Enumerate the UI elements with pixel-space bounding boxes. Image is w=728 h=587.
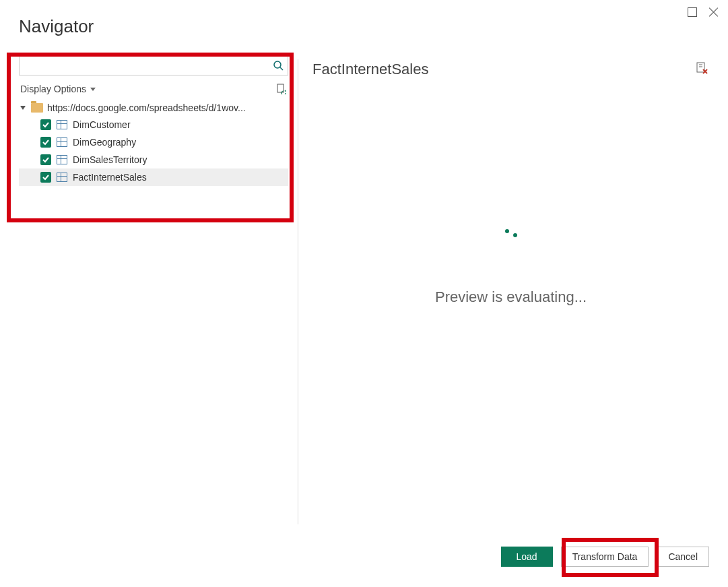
display-options-label: Display Options bbox=[20, 84, 86, 94]
preview-body: Preview is evaluating... bbox=[312, 88, 709, 526]
table-icon bbox=[57, 155, 67, 164]
display-options-button[interactable]: Display Options bbox=[20, 84, 96, 94]
source-tree: https://docs.google.com/spreadsheets/d/1… bbox=[19, 100, 288, 186]
clear-preview-icon[interactable] bbox=[696, 62, 708, 74]
tree-item-dimcustomer[interactable]: DimCustomer bbox=[19, 116, 288, 133]
vertical-divider bbox=[298, 59, 298, 524]
tree-item-factinternetsales[interactable]: FactInternetSales bbox=[19, 168, 288, 186]
load-button[interactable]: Load bbox=[501, 547, 553, 567]
tree-root[interactable]: https://docs.google.com/spreadsheets/d/1… bbox=[19, 100, 288, 116]
preview-status: Preview is evaluating... bbox=[435, 288, 587, 306]
tree-root-label: https://docs.google.com/spreadsheets/d/1… bbox=[47, 102, 246, 113]
navigator-panel: Display Options https://docs.google.com/… bbox=[19, 55, 288, 186]
tree-item-label: DimGeography bbox=[73, 137, 136, 148]
table-icon bbox=[57, 137, 67, 147]
tree-item-label: DimSalesTerritory bbox=[73, 154, 147, 165]
page-title: Navigator bbox=[19, 16, 94, 37]
tree-item-dimgeography[interactable]: DimGeography bbox=[19, 133, 288, 151]
cancel-button[interactable]: Cancel bbox=[657, 547, 709, 567]
tree-item-label: DimCustomer bbox=[73, 119, 131, 130]
checkbox-checked-icon[interactable] bbox=[40, 137, 51, 148]
checkbox-checked-icon[interactable] bbox=[40, 172, 51, 183]
transform-data-button[interactable]: Transform Data bbox=[561, 547, 649, 567]
search-box[interactable] bbox=[19, 55, 288, 75]
search-input[interactable] bbox=[24, 60, 273, 71]
svg-line-1 bbox=[280, 67, 283, 70]
chevron-down-icon bbox=[90, 88, 96, 91]
tree-item-label: FactInternetSales bbox=[73, 172, 147, 183]
svg-rect-3 bbox=[697, 63, 704, 72]
search-icon[interactable] bbox=[273, 60, 284, 71]
preview-title: FactInternetSales bbox=[312, 61, 428, 78]
maximize-icon[interactable] bbox=[688, 7, 697, 17]
tree-item-dimsalesterritory[interactable]: DimSalesTerritory bbox=[19, 151, 288, 168]
table-icon bbox=[57, 120, 67, 129]
table-icon bbox=[57, 173, 67, 182]
loading-spinner-icon bbox=[501, 228, 521, 248]
dialog-footer: Load Transform Data Cancel bbox=[501, 547, 709, 567]
expand-caret-icon[interactable] bbox=[20, 106, 26, 110]
folder-icon bbox=[31, 103, 43, 113]
checkbox-checked-icon[interactable] bbox=[40, 119, 51, 130]
refresh-icon[interactable] bbox=[276, 84, 287, 94]
svg-point-0 bbox=[274, 61, 281, 68]
close-icon[interactable] bbox=[709, 7, 719, 17]
checkbox-checked-icon[interactable] bbox=[40, 154, 51, 165]
